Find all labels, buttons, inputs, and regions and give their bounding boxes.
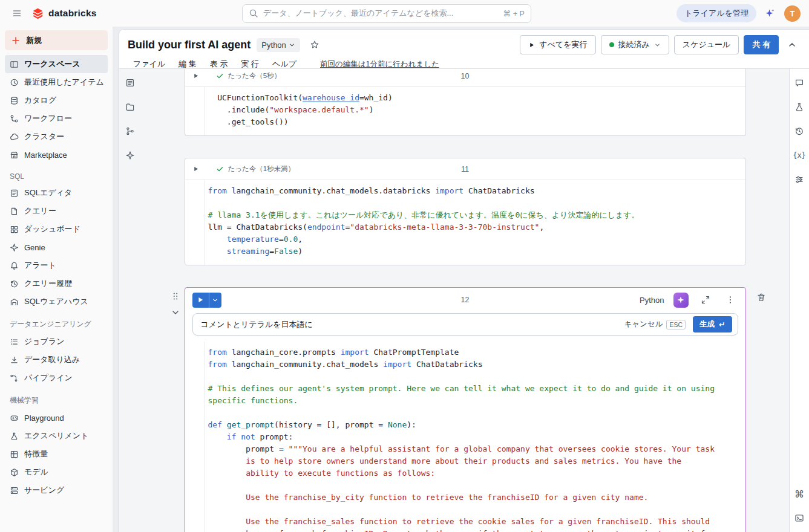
experiments-flask-icon[interactable]	[791, 99, 807, 115]
sidebar-item-pipelines[interactable]: パイプライン	[5, 369, 108, 387]
table-of-contents-icon[interactable]	[122, 75, 138, 91]
sidebar-item-label: クラスター	[24, 131, 64, 142]
sidebar-item-workflows[interactable]: ワークフロー	[5, 109, 108, 128]
sidebar-item-label: 最近使用したアイテム	[24, 77, 104, 88]
favorite-star-icon[interactable]	[306, 36, 323, 53]
queries-icon	[10, 207, 19, 216]
sidebar-item-serving[interactable]: サービング	[5, 481, 108, 499]
sidebar-item-label: SQLエディタ	[24, 187, 72, 198]
drag-handle-icon[interactable]	[169, 290, 182, 302]
share-button[interactable]: 共 有	[744, 35, 779, 54]
sidebar-item-jobs[interactable]: ジョブラン	[5, 332, 108, 351]
run-cell-icon[interactable]	[192, 166, 199, 172]
experiments-icon	[10, 432, 19, 441]
run-cell-button[interactable]	[192, 293, 209, 308]
sidebar-item-catalog[interactable]: カタログ	[5, 91, 108, 109]
sidebar-item-label: Marketplace	[24, 151, 67, 160]
expand-cell-icon[interactable]	[698, 292, 713, 308]
assistant-sparkle-icon[interactable]	[122, 148, 138, 163]
warehouse-icon	[10, 297, 19, 307]
comments-icon[interactable]	[791, 75, 807, 91]
esc-key-chip: ESC	[666, 320, 686, 329]
new-button[interactable]: 新規	[5, 30, 108, 50]
sidebar-item-label: ジョブラン	[24, 336, 65, 347]
notebook-cell-12[interactable]: 12Pythonコメントとリテラルを日本語にキャンセル ESC生成 ↵from …	[185, 287, 746, 532]
sidebar-item-label: サービング	[24, 485, 64, 496]
features-icon	[10, 450, 19, 459]
cell-menu-icon[interactable]	[722, 292, 738, 308]
jobs-icon	[10, 337, 19, 346]
sidebar-item-clusters[interactable]: クラスター	[5, 128, 108, 146]
playground-icon	[10, 414, 19, 423]
global-search-input[interactable]: データ、ノートブック、最近のアイテムなどを検索... ⌘ + P	[242, 4, 531, 23]
sidebar-item-genie[interactable]: Genie	[5, 238, 108, 256]
play-icon	[528, 42, 535, 48]
schedule-button[interactable]: スケジュール	[674, 35, 739, 54]
assistant-generate-button[interactable]: 生成 ↵	[693, 316, 732, 332]
keyboard-shortcuts-icon[interactable]: ⌘	[791, 486, 807, 502]
sidebar-item-sql-editor[interactable]: SQLエディタ	[5, 184, 108, 202]
connection-status-button[interactable]: 接続済み	[601, 35, 669, 54]
variable-explorer-icon[interactable]: {x}	[791, 148, 807, 163]
notebook-scroll-area[interactable]: たった今（5秒）10 UCFunctionToolkit(warehouse_i…	[141, 69, 789, 532]
sidebar-item-alerts[interactable]: アラート	[5, 256, 108, 274]
notebook-cell-11[interactable]: たった今（1秒未満）11from langchain_community.cha…	[185, 158, 746, 265]
sidebar-item-workspace[interactable]: ワークスペース	[5, 55, 108, 73]
sidebar-item-playground[interactable]: Playground	[5, 409, 108, 427]
notebook-right-rail: {x} ⌘	[789, 69, 809, 532]
clusters-icon	[10, 132, 19, 141]
sidebar-item-ingest[interactable]: データ取り込み	[5, 351, 108, 369]
user-avatar[interactable]: T	[784, 5, 801, 22]
run-cell-icon[interactable]	[192, 73, 199, 79]
cell-code-editor[interactable]: from langchain_community.chat_models.dat…	[185, 180, 745, 265]
manage-trial-button[interactable]: トライアルを管理	[676, 4, 756, 22]
sidebar-item-label: クエリー	[24, 206, 56, 216]
last-edited-link[interactable]: 前回の編集は1分前に行われました	[320, 59, 439, 70]
success-check-icon	[216, 165, 224, 173]
sidebar-item-warehouse[interactable]: SQLウェアハウス	[5, 293, 108, 311]
assistant-prompt-input[interactable]: コメントとリテラルを日本語に	[201, 319, 617, 330]
catalog-icon	[10, 96, 19, 105]
chevron-down-icon	[289, 42, 295, 48]
notebook-language-selector[interactable]: Python	[257, 38, 300, 52]
sidebar-item-queries[interactable]: クエリー	[5, 202, 108, 220]
ingest-icon	[10, 355, 19, 365]
delete-cell-icon[interactable]	[756, 293, 766, 302]
sidebar-item-label: カタログ	[24, 95, 56, 106]
sidebar-item-features[interactable]: 特徴量	[5, 445, 108, 463]
sidebar-item-dashboards[interactable]: ダッシュボード	[5, 220, 108, 238]
notebook-left-rail	[119, 69, 141, 532]
environment-settings-icon[interactable]	[791, 172, 807, 187]
cell-language-button[interactable]: Python	[640, 296, 664, 305]
notebook-body: たった今（5秒）10 UCFunctionToolkit(warehouse_i…	[119, 69, 809, 532]
sidebar-item-experiments[interactable]: エクスペリメント	[5, 427, 108, 445]
version-history-icon[interactable]	[791, 123, 807, 139]
terminal-icon[interactable]	[791, 510, 807, 526]
sidebar-item-label: 特徴量	[24, 449, 48, 459]
notebook-cell-10[interactable]: たった今（5秒）10 UCFunctionToolkit(warehouse_i…	[185, 69, 746, 136]
assistant-sparkle-icon[interactable]	[761, 5, 778, 22]
search-shortcut: ⌘ + P	[503, 9, 525, 18]
databricks-logo[interactable]: databricks	[31, 7, 97, 20]
sidebar-item-marketplace[interactable]: Marketplace	[5, 146, 108, 164]
sidebar-main-nav: ワークスペース最近使用したアイテムカタログワークフロークラスターMarketpl…	[5, 55, 108, 164]
assistant-cancel-button[interactable]: キャンセル ESC	[624, 319, 686, 329]
sidebar-item-history[interactable]: クエリー履歴	[5, 274, 108, 293]
schema-browser-icon[interactable]	[122, 123, 138, 139]
sidebar-item-recents[interactable]: 最近使用したアイテム	[5, 73, 108, 91]
sidebar-item-label: ワークスペース	[24, 59, 80, 70]
run-options-button[interactable]	[209, 293, 221, 308]
cell-code-editor[interactable]: UCFunctionToolkit(warehouse_id=wh_id) .i…	[185, 87, 745, 135]
cell-run-status: たった今（5秒）	[228, 71, 281, 80]
dashboards-icon	[10, 225, 19, 234]
cell-header: たった今（5秒）10	[185, 69, 745, 87]
collapse-cell-icon[interactable]	[169, 307, 182, 319]
cell-code-editor[interactable]: from langchain_core.prompts import ChatP…	[185, 342, 745, 532]
run-all-button[interactable]: すべてを実行	[520, 35, 595, 54]
workspace-folder-icon[interactable]	[122, 99, 138, 115]
sidebar-item-label: モデル	[24, 467, 48, 478]
sidebar-item-models[interactable]: モデル	[5, 463, 108, 481]
collapse-header-icon[interactable]	[784, 36, 801, 53]
sidebar-toggle-icon[interactable]	[8, 5, 25, 22]
cell-assistant-button[interactable]	[673, 293, 689, 308]
